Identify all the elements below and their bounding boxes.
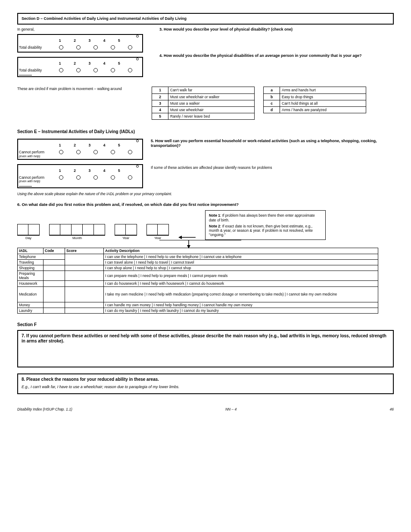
q5-label: 5. How well can you perform essential ho… (151, 139, 394, 148)
table-row: LaundryI can do my laundry | I need help… (18, 308, 378, 313)
footer-center: NN – 4 (225, 407, 237, 411)
radio-option-6-small[interactable] (136, 35, 139, 37)
radio-2[interactable] (76, 175, 81, 180)
q4-left-anchor: Total disability (19, 68, 53, 75)
radio-1[interactable] (59, 45, 63, 50)
radio-6-small[interactable] (136, 140, 139, 142)
date-cell[interactable] (72, 224, 83, 235)
table-row: TelephoneI can use the telephone | I nee… (18, 254, 378, 259)
radio-1[interactable] (59, 175, 63, 180)
down-arrow-icon (186, 240, 191, 250)
section-d-header: Section D – Combined Activities of Daily… (17, 13, 394, 25)
q3-likert-block: 1 2 3 4 5 Total disability (17, 34, 143, 53)
q3-label: 3. How would you describe your level of … (159, 27, 394, 32)
q7-label: 7. If you cannot perform these activitie… (22, 333, 389, 344)
q8-block: 8. Please check the reasons for your red… (17, 373, 394, 394)
q4-likert-block: 1 2 3 4 5 Total disability (17, 57, 143, 77)
section-e-title: Section E – Instrumental Activities of D… (17, 129, 394, 134)
arrow-to-note (178, 235, 196, 240)
radio-2[interactable] (76, 150, 81, 154)
q3-left-anchor: Total disability (19, 45, 53, 50)
svg-marker-1 (178, 236, 182, 239)
table-row: HouseworkI can do housework | I need hel… (18, 281, 378, 286)
radio-4[interactable] (111, 150, 115, 154)
radio-6-small[interactable] (136, 165, 139, 168)
likert-scale-numbers: 1 2 3 4 5 (53, 38, 141, 43)
q6-month-group: Month (49, 224, 105, 240)
page-footer: Disability Index (HSUP Chap. 1.1) NN – 4… (17, 407, 394, 411)
table-row: MedicationI take my own medicine | I nee… (18, 286, 378, 302)
connector-line (159, 240, 241, 240)
svg-marker-3 (187, 245, 190, 249)
table-row: Preparing MealsI can prepare meals | I n… (18, 271, 378, 281)
date-cell[interactable] (28, 224, 40, 235)
footer-left: Disability Index (HSUP Chap. 1.1) (17, 407, 72, 411)
date-cell[interactable] (146, 224, 158, 235)
q5b-likert-block: 1 2 3 4 5 Cannot perform (even with help… (17, 164, 143, 188)
iadl-main-table: IADL Code Score Activity Description Tel… (17, 248, 378, 314)
radio-5[interactable] (128, 68, 132, 72)
radio-1[interactable] (59, 150, 63, 154)
q6-label: 6. On what date did you first notice thi… (17, 202, 394, 207)
date-cell[interactable] (83, 224, 94, 235)
q6-year2-group: Year (146, 224, 169, 240)
radio-3[interactable] (93, 150, 98, 154)
q3-lead-in: In general, (17, 27, 143, 31)
radio-3[interactable] (93, 175, 98, 180)
radio-5[interactable] (128, 150, 132, 154)
section-f-title: Section F (17, 322, 394, 327)
radio-2[interactable] (76, 68, 81, 72)
date-cell[interactable] (126, 224, 137, 235)
q7-block: 7. If you cannot perform these activitie… (17, 330, 394, 367)
instr-left: These are circled if main problem is mov… (17, 87, 143, 91)
codes-table-movement: 1Can't walk far 2Must use wheelchair or … (152, 87, 255, 120)
table-row: ShoppingI can shop alone | I need help t… (18, 265, 378, 271)
radio-4[interactable] (111, 175, 115, 180)
section-d-title: Section D – Combined Activities of Daily… (22, 16, 187, 21)
q5-likert-block: 1 2 3 4 5 Cannot perform (even with help… (17, 139, 143, 160)
radio-3[interactable] (93, 68, 98, 72)
radio-5[interactable] (128, 45, 132, 50)
date-cell[interactable] (17, 224, 28, 235)
q6-note-box: Note 1: If problem has always been there… (205, 210, 326, 240)
radio-4[interactable] (111, 68, 115, 72)
date-cell[interactable] (94, 224, 105, 235)
q6-year-group: Year (115, 224, 137, 240)
q5b-prompt: If some of these activities are affected… (151, 165, 394, 170)
q8-label: 8. Please check the reasons for your red… (22, 377, 389, 382)
date-cell[interactable] (49, 224, 60, 235)
radio-1[interactable] (59, 68, 63, 72)
q5-explain: Using the above scale please explain the… (17, 192, 394, 196)
table-row: MoneyI can handle my own money | I need … (18, 302, 378, 308)
date-cell[interactable] (60, 224, 72, 235)
radio-option-6-small[interactable] (136, 58, 139, 60)
date-cell[interactable] (158, 224, 169, 235)
q6-day-group: Day (17, 224, 40, 240)
q4-label: 4. How would you describe the physical d… (159, 53, 394, 58)
radio-3[interactable] (93, 45, 98, 50)
radio-5[interactable] (128, 175, 132, 180)
radio-2[interactable] (76, 45, 81, 50)
footer-right: 46 (390, 407, 394, 411)
date-cell[interactable] (115, 224, 126, 235)
radio-4[interactable] (111, 45, 115, 50)
codes-table-arms: aArms and hands hurt bEasy to drop thing… (263, 87, 366, 113)
